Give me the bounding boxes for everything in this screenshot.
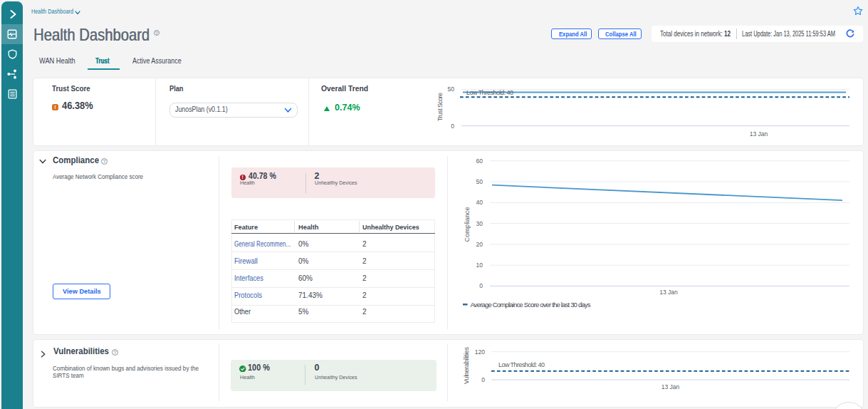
svg-text:0: 0 bbox=[451, 123, 454, 130]
svg-text:Average Complaince Score over: Average Complaince Score over the last 3… bbox=[471, 301, 591, 309]
svg-text:13 Jan: 13 Jan bbox=[659, 289, 678, 296]
svg-text:120: 120 bbox=[475, 348, 485, 356]
svg-text:60: 60 bbox=[476, 157, 483, 165]
svg-text:30: 30 bbox=[476, 220, 483, 227]
svg-text:Vulnerabilities: Vulnerabilities bbox=[463, 347, 470, 385]
svg-text:40: 40 bbox=[476, 199, 483, 206]
svg-text:13 Jan: 13 Jan bbox=[750, 130, 768, 138]
svg-text:10: 10 bbox=[476, 262, 483, 269]
svg-text:Trust Score: Trust Score bbox=[436, 93, 444, 121]
svg-text:13 Jan: 13 Jan bbox=[662, 383, 680, 390]
svg-text:50: 50 bbox=[448, 86, 455, 93]
svg-text:0: 0 bbox=[479, 282, 483, 289]
svg-text:Low Threshold: 40: Low Threshold: 40 bbox=[498, 361, 545, 368]
svg-text:20: 20 bbox=[476, 241, 483, 248]
svg-text:Compliance: Compliance bbox=[464, 207, 471, 242]
svg-text:0: 0 bbox=[481, 376, 485, 383]
svg-text:Low Threshold: 40: Low Threshold: 40 bbox=[466, 89, 513, 96]
svg-text:50: 50 bbox=[476, 178, 483, 185]
